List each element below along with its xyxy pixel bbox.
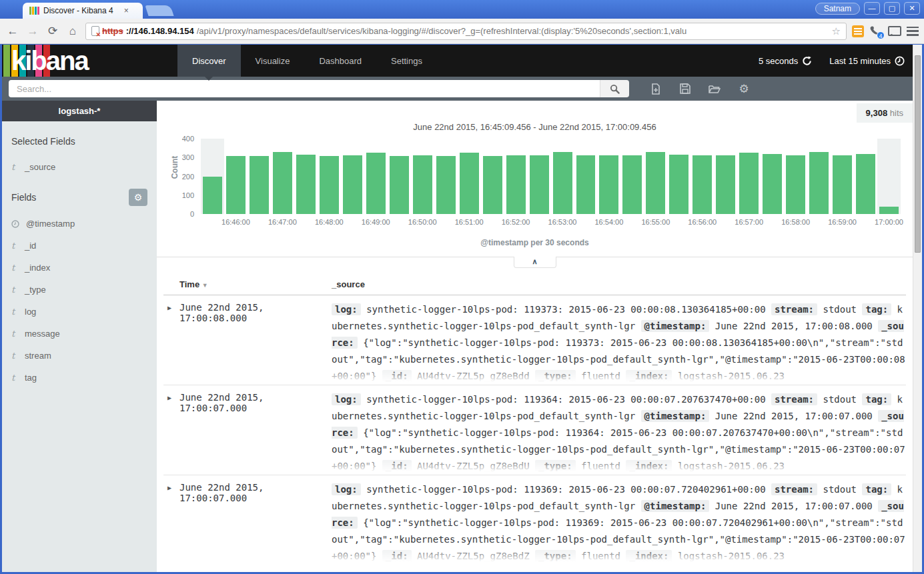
- field-item-_index[interactable]: t_index: [11, 257, 147, 279]
- histogram-bar[interactable]: [411, 139, 434, 214]
- x-tick: 16:53:00: [548, 218, 577, 226]
- expand-row-icon[interactable]: ▶: [163, 391, 179, 475]
- field-item-_id[interactable]: t_id: [11, 235, 147, 257]
- minimize-button[interactable]: —: [864, 2, 880, 15]
- expand-row-icon[interactable]: ▶: [163, 481, 179, 565]
- kb-nav-tabs: DiscoverVisualizeDashboardSettings: [177, 45, 437, 77]
- browser-menu-icon[interactable]: [907, 27, 919, 36]
- new-search-button[interactable]: [641, 83, 670, 95]
- field-badge: stream:: [771, 483, 817, 495]
- forward-button[interactable]: →: [25, 25, 40, 38]
- histogram-bar[interactable]: [831, 139, 854, 214]
- field-item-message[interactable]: tmessage: [11, 323, 147, 345]
- histogram-bar[interactable]: [714, 139, 737, 214]
- field-badge: _id:: [382, 370, 412, 382]
- bookmark-star-icon[interactable]: ☆: [832, 25, 841, 37]
- histogram-bar[interactable]: [574, 139, 598, 214]
- histogram-bar[interactable]: [341, 139, 364, 214]
- new-tab-button[interactable]: [145, 5, 173, 16]
- histogram-bar[interactable]: [551, 139, 574, 214]
- time-range-picker[interactable]: Last 15 minutes: [829, 56, 905, 66]
- index-pattern-selector[interactable]: logstash-*: [2, 101, 157, 121]
- histogram-bar[interactable]: [784, 139, 807, 214]
- page-scrollbar[interactable]: [913, 45, 922, 572]
- histogram-bar[interactable]: [364, 139, 388, 214]
- extension-icon[interactable]: [852, 25, 864, 37]
- url-host-wrap: ://146.148.94.154: [126, 26, 194, 36]
- tab-dashboard[interactable]: Dashboard: [304, 45, 376, 77]
- window-user-label[interactable]: Satnam: [815, 3, 860, 15]
- address-bar[interactable]: https ://146.148.94.154 /api/v1/proxy/na…: [85, 23, 847, 40]
- histogram-bar[interactable]: [458, 139, 481, 214]
- close-button[interactable]: ✕: [904, 2, 920, 15]
- refresh-interval-picker[interactable]: 5 seconds: [759, 56, 812, 66]
- tab-discover[interactable]: Discover: [177, 45, 241, 77]
- histogram-bar[interactable]: [318, 139, 341, 214]
- hangouts-phone-icon[interactable]: 4: [869, 25, 883, 38]
- string-field-icon: t: [11, 241, 18, 251]
- collapse-chart-button[interactable]: ∧: [514, 257, 556, 268]
- search-input[interactable]: [9, 80, 600, 97]
- expand-row-icon[interactable]: ▶: [163, 301, 179, 385]
- tab-close-icon[interactable]: ×: [124, 6, 129, 15]
- home-button[interactable]: ⌂: [65, 25, 80, 38]
- field-settings-button[interactable]: ⚙: [129, 189, 147, 206]
- string-field-icon: t: [11, 307, 18, 317]
- browser-toolbar: ← → ⟳ ⌂ https ://146.148.94.154 /api/v1/…: [0, 19, 924, 44]
- histogram-bar[interactable]: [761, 139, 784, 214]
- x-tick: 16:47:00: [268, 218, 297, 226]
- field-badge: _source:: [332, 500, 904, 529]
- row-source: log: synthetic-logger-10lps-pod: 119369:…: [332, 481, 906, 565]
- histogram-bar[interactable]: [271, 139, 294, 214]
- histogram-bar[interactable]: [224, 139, 248, 214]
- time-column-header[interactable]: Time ▼: [163, 279, 332, 289]
- histogram-bar[interactable]: [667, 139, 690, 214]
- table-row: ▶June 22nd 2015, 17:00:07.000log: synthe…: [163, 385, 906, 475]
- tab-settings[interactable]: Settings: [376, 45, 437, 77]
- histogram-bar[interactable]: [528, 139, 551, 214]
- field-item-tag[interactable]: ttag: [11, 367, 147, 389]
- insecure-page-icon[interactable]: [91, 26, 99, 36]
- cast-icon[interactable]: [888, 25, 901, 37]
- histogram-bar[interactable]: [690, 139, 714, 214]
- field-item-stream[interactable]: tstream: [11, 345, 147, 367]
- histogram-bar[interactable]: [644, 139, 667, 214]
- histogram-bar[interactable]: [877, 139, 901, 214]
- histogram-bar[interactable]: [481, 139, 504, 214]
- histogram-bar[interactable]: [737, 139, 761, 214]
- field-item-@timestamp[interactable]: @timestamp: [11, 213, 147, 235]
- histogram-bar[interactable]: [434, 139, 458, 214]
- open-search-button[interactable]: [700, 84, 729, 94]
- tab-visualize[interactable]: Visualize: [241, 45, 305, 77]
- scrollbar-thumb[interactable]: [915, 55, 921, 253]
- histogram-bar[interactable]: [388, 139, 411, 214]
- save-search-button[interactable]: [670, 83, 700, 94]
- x-tick: 17:00:00: [875, 218, 903, 226]
- folder-open-icon: [709, 84, 721, 94]
- string-field-icon: t: [11, 263, 18, 273]
- histogram-bar[interactable]: [248, 139, 271, 214]
- string-field-icon: t: [11, 285, 18, 295]
- discover-sidebar: logstash-* Selected Fields t_source Fiel…: [2, 101, 157, 572]
- back-button[interactable]: ←: [5, 25, 20, 38]
- maximize-button[interactable]: ▢: [884, 2, 900, 15]
- field-item-_type[interactable]: t_type: [11, 279, 147, 301]
- x-tick: 16:49:00: [362, 218, 390, 226]
- field-item-_source[interactable]: t_source: [11, 156, 147, 178]
- histogram-bar[interactable]: [294, 139, 318, 214]
- histogram-bar[interactable]: [620, 139, 644, 214]
- settings-button[interactable]: ⚙: [729, 82, 759, 96]
- histogram-bar[interactable]: [201, 139, 224, 214]
- field-item-log[interactable]: tlog: [11, 301, 147, 323]
- reload-button[interactable]: ⟳: [45, 24, 60, 38]
- kibana-logo[interactable]: kibana: [2, 45, 177, 77]
- histogram-bar[interactable]: [807, 139, 831, 214]
- time-range-label: Last 15 minutes: [829, 56, 891, 66]
- histogram-bar[interactable]: [597, 139, 620, 214]
- histogram-bar[interactable]: [504, 139, 528, 214]
- x-tick: 16:55:00: [641, 218, 670, 226]
- search-button[interactable]: [600, 80, 629, 97]
- browser-tab[interactable]: Discover - Kibana 4 ×: [23, 3, 143, 19]
- field-badge: log:: [332, 303, 361, 315]
- histogram-bar[interactable]: [854, 139, 877, 214]
